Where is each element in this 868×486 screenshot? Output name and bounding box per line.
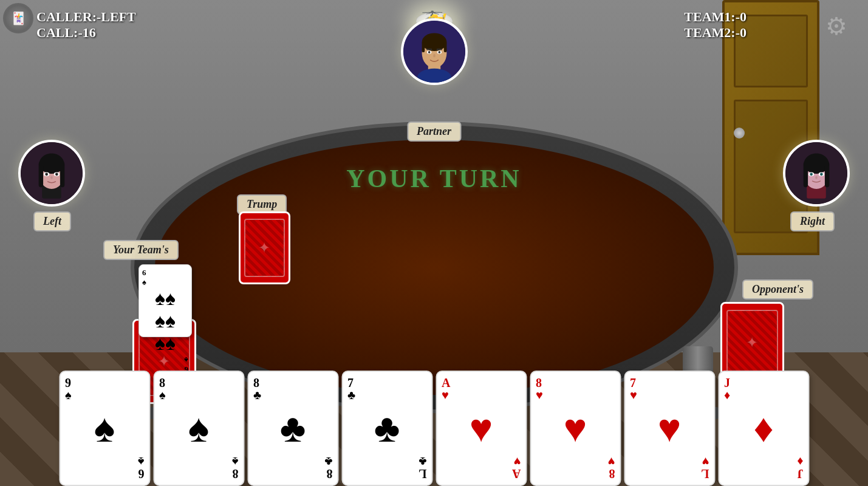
hand-card-1-rank-bottom: 8♠ <box>159 456 238 480</box>
six-spades-suit-center: ♠♠♠♠♠♠ <box>142 287 188 355</box>
right-label: Right <box>790 211 835 231</box>
opponents-card-pattern: ✦ <box>746 334 758 351</box>
hand-card-3-rank-top: 7♣ <box>347 377 426 401</box>
gear-icon[interactable]: ⚙ <box>825 12 856 43</box>
opponents-label: Opponent's <box>742 279 813 299</box>
avatar-left <box>18 140 85 207</box>
svg-point-27 <box>50 176 53 179</box>
team2-score: TEAM2:-0 <box>684 25 747 41</box>
partner-label: Partner <box>407 122 461 142</box>
team1-score: TEAM1:-0 <box>684 9 747 25</box>
hand-card-3-rank-bottom: L♣ <box>347 456 426 480</box>
hand-card-2-rank-top: 8♣ <box>253 377 332 401</box>
hand-card-6-suit-center: ♥ <box>630 409 709 448</box>
hand-card-2[interactable]: 8♣ ♣ 8♣ <box>247 371 338 486</box>
hand-card-2-rank-bottom: 8♣ <box>253 456 332 480</box>
partner-face-svg <box>403 21 465 83</box>
svg-point-13 <box>433 54 436 58</box>
trump-card-pattern: ✦ <box>244 219 285 278</box>
svg-rect-6 <box>443 42 446 52</box>
hand-card-6[interactable]: 7♥ ♥ L♥ <box>624 371 715 486</box>
door-knob <box>734 128 745 139</box>
hand-card-0-rank-top: 9♠ <box>65 377 144 401</box>
score-display: TEAM1:-0 TEAM2:-0 <box>684 9 747 41</box>
hand-card-7-suit-center: ♦ <box>724 409 803 448</box>
left-face-svg <box>21 142 83 204</box>
svg-point-4 <box>422 33 446 51</box>
call-label: CALL:-16 <box>36 25 136 41</box>
svg-point-38 <box>820 173 823 176</box>
hand-card-3-suit-center: ♣ <box>347 409 426 448</box>
caller-label: CALLER:-LEFT <box>36 9 136 25</box>
hand-card-5-rank-top: 8♥ <box>536 377 615 401</box>
svg-point-37 <box>810 173 813 176</box>
svg-point-41 <box>815 176 818 179</box>
player-hand: 9♠ ♠ 6♠ 8♠ ♠ 8♠ 8♣ ♣ 8♣ 7♣ ♣ L♣ A♥ ♥ A♥ … <box>59 371 809 486</box>
hand-card-0-suit-center: ♠ <box>65 409 144 448</box>
hand-card-7-rank-top: J♦ <box>724 377 803 401</box>
svg-rect-34 <box>804 162 829 166</box>
trump-card: ✦ <box>239 211 290 284</box>
game-emblem: 🃏 <box>3 3 33 33</box>
hand-card-0-rank-bottom: 6♠ <box>65 456 144 480</box>
caller-info: CALLER:-LEFT CALL:-16 <box>36 9 136 41</box>
hand-card-5[interactable]: 8♥ ♥ 8♥ <box>530 371 621 486</box>
hand-card-7[interactable]: J♦ ♦ J♦ <box>718 371 809 486</box>
your-turn-text: YOUR TURN <box>346 164 521 193</box>
hand-card-4-rank-bottom: A♥ <box>442 456 521 480</box>
hand-card-1-suit-center: ♠ <box>159 409 238 448</box>
hand-card-3[interactable]: 7♣ ♣ L♣ <box>341 371 432 486</box>
svg-point-9 <box>428 51 430 53</box>
hand-card-4-rank-top: A♥ <box>442 377 521 401</box>
svg-rect-5 <box>422 42 425 52</box>
avatar-right <box>783 140 850 207</box>
trump-card-pattern-inner: ✦ <box>258 239 270 256</box>
opponents-card-inner: ✦ <box>726 310 777 377</box>
hand-card-1[interactable]: 8♠ ♠ 8♠ <box>153 371 244 486</box>
svg-point-23 <box>45 173 48 176</box>
hand-card-6-rank-top: 7♥ <box>630 377 709 401</box>
hand-card-5-suit-center: ♥ <box>536 409 615 448</box>
avatar-partner <box>401 18 468 85</box>
left-label: Left <box>33 211 71 231</box>
hand-card-1-rank-top: 8♠ <box>159 377 238 401</box>
hand-card-2-suit-center: ♣ <box>253 409 332 448</box>
svg-rect-20 <box>39 162 64 166</box>
your-teams-label: Your Team's <box>103 240 179 260</box>
hand-card-4-suit-center: ♥ <box>442 409 521 448</box>
six-spades-card: 6♠ ♠♠♠♠♠♠ 6♠ <box>138 264 192 337</box>
svg-point-10 <box>438 51 440 53</box>
right-face-svg <box>785 142 847 204</box>
hand-card-5-rank-bottom: 8♥ <box>536 456 615 480</box>
hand-card-7-rank-bottom: J♦ <box>724 456 803 480</box>
hand-card-6-rank-bottom: L♥ <box>630 456 709 480</box>
six-spades-rank-top: 6♠ <box>142 268 188 287</box>
svg-point-24 <box>55 173 58 176</box>
hand-card-0[interactable]: 9♠ ♠ 6♠ <box>59 371 150 486</box>
hand-card-4[interactable]: A♥ ♥ A♥ <box>436 371 527 486</box>
